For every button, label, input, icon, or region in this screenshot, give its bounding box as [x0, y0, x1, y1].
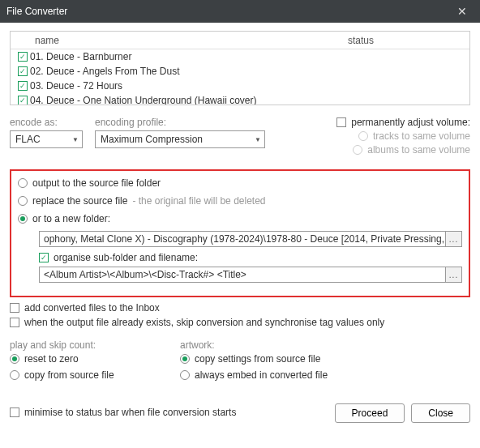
skip-sync-label: when the output file already exists, ski…: [24, 317, 384, 328]
file-list[interactable]: name status ✓ 01. Deuce - Barnburner ✓ 0…: [10, 31, 470, 105]
copy-source-label: copy from source file: [24, 369, 114, 381]
playskip-label: play and skip count:: [10, 339, 180, 351]
titlebar: File Converter ✕: [0, 0, 480, 23]
check-icon[interactable]: ✓: [18, 81, 28, 91]
profile-value: Maximum Compression: [101, 134, 203, 145]
radio-copy-source[interactable]: [10, 370, 19, 380]
col-header-status[interactable]: status: [348, 35, 469, 46]
close-icon[interactable]: ✕: [451, 5, 474, 18]
chevron-down-icon: ▼: [255, 136, 261, 143]
radio-reset-zero[interactable]: [10, 354, 19, 364]
encode-as-value: FLAC: [15, 134, 41, 145]
table-row[interactable]: ✓ 02. Deuce - Angels From The Dust: [11, 64, 469, 79]
artwork-copy-label: copy settings from source file: [195, 353, 320, 365]
radio-new-folder[interactable]: [18, 214, 28, 224]
tracks-same-label: tracks to same volume: [373, 130, 470, 142]
radio-artwork-embed[interactable]: [180, 370, 190, 380]
chevron-down-icon: ▼: [72, 136, 79, 143]
organise-checkbox[interactable]: ✓: [39, 253, 49, 262]
close-button[interactable]: Close: [411, 403, 470, 423]
profile-label: encoding profile:: [95, 117, 277, 128]
table-row[interactable]: ✓ 01. Deuce - Barnburner: [11, 49, 469, 64]
pattern-input[interactable]: <Album Artist>\<Album>\<Disc-Track#> <Ti…: [39, 267, 446, 283]
output-source-label: output to the source file folder: [32, 177, 161, 189]
file-name: 03. Deuce - 72 Hours: [30, 80, 122, 92]
skip-sync-checkbox[interactable]: [10, 318, 19, 327]
window-title: File Converter: [6, 6, 67, 17]
file-name: 02. Deuce - Angels From The Dust: [30, 66, 180, 77]
check-icon[interactable]: ✓: [18, 96, 28, 105]
artwork-embed-label: always embed in converted file: [195, 369, 328, 381]
profile-combo[interactable]: Maximum Compression ▼: [95, 130, 265, 148]
radio-albums-same: [353, 145, 362, 155]
minimise-label: minimise to status bar when file convers…: [24, 407, 236, 418]
check-icon[interactable]: ✓: [18, 66, 28, 76]
add-inbox-label: add converted files to the Inbox: [24, 302, 160, 314]
browse-pattern-button[interactable]: ...: [446, 267, 462, 283]
file-name: 01. Deuce - Barnburner: [30, 51, 131, 62]
artwork-label: artwork:: [180, 339, 350, 351]
table-row[interactable]: ✓ 04. Deuce - One Nation Underground (Ha…: [11, 93, 469, 105]
replace-hint: - the original file will be deleted: [132, 195, 265, 207]
table-row[interactable]: ✓ 03. Deuce - 72 Hours: [11, 79, 469, 93]
perm-adjust-label: permanently adjust volume:: [351, 117, 470, 128]
add-inbox-checkbox[interactable]: [10, 303, 19, 313]
col-header-name[interactable]: name: [11, 35, 348, 46]
minimise-checkbox[interactable]: [10, 407, 19, 417]
radio-tracks-same: [358, 131, 368, 141]
check-icon[interactable]: ✓: [18, 52, 28, 62]
output-options-box: output to the source file folder replace…: [10, 169, 470, 297]
file-list-header: name status: [11, 32, 469, 49]
folder-path-input[interactable]: ophony, Metal Clone X) - Discography (19…: [39, 231, 446, 247]
radio-artwork-copy[interactable]: [180, 354, 190, 364]
proceed-button[interactable]: Proceed: [335, 403, 405, 423]
albums-same-label: albums to same volume: [367, 144, 470, 156]
file-name: 04. Deuce - One Nation Underground (Hawa…: [30, 95, 256, 105]
replace-source-label: replace the source file: [32, 195, 127, 207]
perm-adjust-checkbox[interactable]: [336, 117, 346, 127]
new-folder-label: or to a new folder:: [32, 213, 110, 224]
radio-output-source[interactable]: [18, 178, 28, 188]
browse-folder-button[interactable]: ...: [446, 231, 462, 247]
encode-as-combo[interactable]: FLAC ▼: [10, 130, 83, 148]
reset-zero-label: reset to zero: [24, 353, 79, 365]
radio-replace-source[interactable]: [18, 196, 28, 206]
encode-as-label: encode as:: [10, 117, 95, 128]
organise-label: organise sub-folder and filename:: [54, 252, 198, 263]
